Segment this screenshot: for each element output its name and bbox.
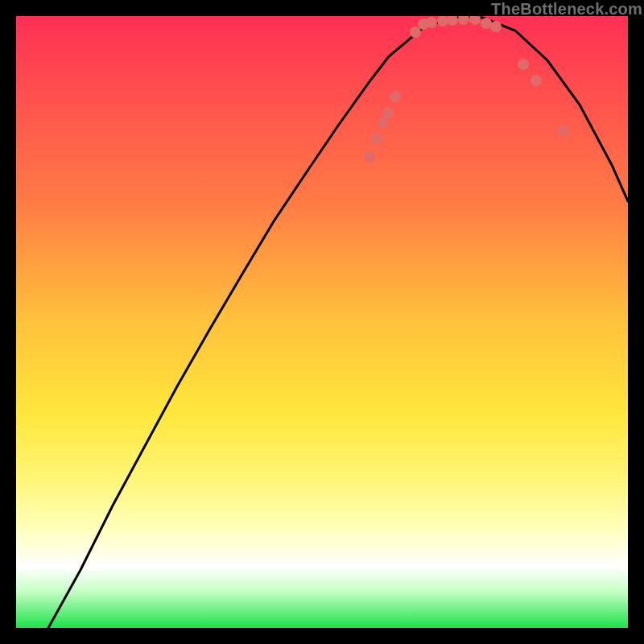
chart-frame (16, 16, 628, 628)
chart-background-gradient (16, 16, 628, 628)
